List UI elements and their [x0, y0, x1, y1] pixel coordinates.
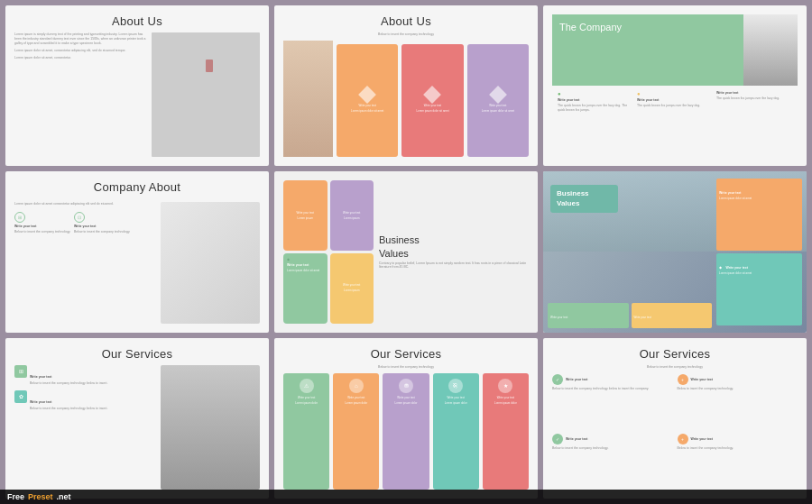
serv-circle-4: + [678, 434, 688, 444]
serv-box-label-5: Write your text [497, 396, 514, 399]
icon-label-1: Write your text [14, 225, 70, 228]
slide-1-body: Lorem ipsum is simply dummy text of the … [14, 32, 147, 46]
leaf-icon: ✿ [19, 393, 23, 399]
serv-box-green: ⚠ Write your text Lorem ipsum dolor [283, 373, 329, 490]
serv-text-1: Write your text Below to insert the comp… [30, 365, 107, 386]
bv-label-4: Write your text [343, 283, 360, 287]
circle-icon-1: ⊞ [14, 212, 25, 223]
slide-4-left: Lorem ipsum dolor sit amet consectetur a… [14, 202, 156, 323]
bv2-bottom-box-1: Write your text [548, 303, 629, 328]
slide-3-text-1: The quick brown fox jumps over the lazy … [558, 104, 633, 113]
box-text-1: Lorem ipsum dolor sit amet [351, 110, 383, 114]
slide-5-body: Contrary to popular belief, Lorem Ipsum … [379, 261, 529, 270]
serv-header-2: + Write your text [678, 374, 798, 385]
serv-label-9-4: Write your text [691, 437, 713, 441]
bv2-blabel-1: Write your text [550, 316, 567, 319]
slide-grid: About Us Lorem ipsum is simply dummy tex… [5, 5, 807, 499]
slide-1-body3: Lorem ipsum dolor sit amet, consectetur. [14, 56, 147, 60]
bv2-right-boxes: Write your text Lorem ipsum dolor sit am… [716, 179, 802, 325]
diamond-icon-1 [358, 86, 376, 104]
basket-icon: ⛃ [404, 382, 409, 389]
slide-4-icons: ⊞ Write your text Below to insert the co… [14, 212, 156, 234]
watermark-free: Free [7, 492, 24, 501]
serv-entry-1: ✓ Write your text Below to insert the co… [552, 374, 673, 430]
drop-icon-2: ◆ [719, 265, 722, 270]
slide-3-green-top: The Company [552, 14, 798, 86]
serv-icon-1: ⊞ [14, 365, 27, 378]
plus-icon-2: + [681, 436, 684, 442]
bv-text-2: Lorem ipsum [344, 217, 359, 221]
slide-3-label-2: Write your text [637, 98, 713, 102]
serv-label-9-2: Write your text [691, 378, 713, 381]
dot-green-1: ● [558, 91, 633, 96]
box-text-3: Lorem ipsum dolor sit amet [482, 110, 514, 114]
case-icon: ⊡ [78, 215, 81, 220]
slide-5-row-1: Write your text Lorem ipsum Write your t… [283, 180, 374, 251]
slide-5-layout: Write your text Lorem ipsum Write your t… [283, 180, 529, 323]
serv-box-label-1: Write your text [298, 396, 315, 399]
plus-icon-1: + [681, 377, 684, 382]
serv-item-1: ⊞ Write your text Below to insert the co… [14, 365, 156, 386]
slide-4-content: Lorem ipsum dolor sit amet consectetur a… [14, 202, 260, 323]
bv2-rtext-2: Lorem ipsum dolor sit amet [719, 272, 799, 276]
slide-2-title: About Us [283, 14, 529, 28]
serv-box-teal: ⛓ Write your text Lorem ipsum dolor [433, 373, 479, 490]
watermark-preset: Preset [28, 492, 53, 501]
bv2-rtext-1: Lorem ipsum dolor sit amet [719, 197, 799, 201]
bv2-rlabel-1: Write your text [719, 191, 741, 195]
bv-box-purple: Write your text Lorem ipsum [330, 180, 374, 251]
serv-desc-1: Below to insert the company technology b… [30, 381, 107, 386]
serv-icon-b1: ⚠ [300, 379, 314, 393]
bv-text-1: Lorem ipsum [298, 217, 313, 221]
home-icon: ⌂ [355, 383, 358, 389]
link-icon: ⛓ [453, 383, 458, 389]
serv-box-text-5: Lorem ipsum dolor [494, 402, 517, 406]
slide-9-title: Our Services [552, 347, 798, 361]
bv2-right-box-2: ◆ Write your text Lorem ipsum dolor sit … [716, 253, 802, 325]
bv-text-4: Lorem ipsum [344, 289, 359, 293]
box-label-3: Write your text [489, 104, 506, 107]
color-box-pink: Write your text Lorem ipsum dolor sit am… [401, 44, 463, 157]
slide-4-body: Lorem ipsum dolor sit amet consectetur a… [14, 202, 156, 206]
circle-icon-2: ⊡ [74, 212, 85, 223]
slide-5-row-2: ◆ Write your text Lorem ipsum dolor sit … [283, 253, 374, 324]
slide-our-services-2: Our Services Below to insert the company… [274, 338, 538, 499]
serv-circle-3: ✓ [552, 434, 563, 444]
slide-3-col-3: Write your text The quick brown fox jump… [716, 91, 792, 151]
diamond-icon-2 [424, 86, 442, 104]
slide-4-title: Company About [14, 180, 260, 194]
bv-box-orange: Write your text Lorem ipsum [283, 180, 328, 251]
serv-desc-9-3: Below to insert the company technology. [552, 446, 673, 451]
slide-3-label-3: Write your text [716, 91, 792, 95]
serv-label-2: Write your text [30, 400, 51, 404]
warning-icon: ⚠ [304, 382, 309, 389]
slide-business-values-1: Write your text Lorem ipsum Write your t… [274, 171, 538, 332]
slide-company-about: Company About Lorem ipsum dolor sit amet… [5, 171, 269, 332]
serv-desc-2: Below to insert the company technology b… [30, 407, 107, 411]
slide-the-company: The Company ● Write your text The quick … [543, 5, 807, 166]
box-text-2: Lorem ipsum dolor sit amet [416, 110, 448, 114]
bv2-bottom-box-2: Write your text [632, 303, 713, 328]
slide-3-text-3: The quick brown fox jumps over the lazy … [716, 96, 792, 101]
diamond-icon-3 [489, 86, 507, 104]
serv-label-9-1: Write your text [566, 378, 587, 381]
serv-icon-b4: ⛓ [448, 379, 463, 393]
serv-text-2: Write your text Below to insert the comp… [30, 390, 107, 411]
serv-icon-b2: ⌂ [349, 379, 364, 393]
slide-9-subtitle: Below to insert the company technology [552, 365, 798, 370]
slide-7-building-image [161, 365, 260, 490]
box-label-2: Write your text [424, 104, 441, 107]
serv-entry-4: + Write your text Below to insert the co… [678, 434, 798, 490]
slide-2-boxes: Write your text Lorem ipsum dolor sit am… [337, 44, 529, 157]
serv-label-9-3: Write your text [566, 437, 587, 441]
serv-desc-9-4: Below to insert the company technology. [678, 446, 798, 451]
serv-box-text-2: Lorem ipsum dolor [345, 402, 367, 406]
bv2-right-box-1: Write your text Lorem ipsum dolor sit am… [716, 179, 802, 251]
bv2-title: Business Values [557, 189, 612, 208]
slide-3-bottom: ● Write your text The quick brown fox ju… [552, 86, 798, 157]
serv-box-label-4: Write your text [448, 396, 465, 399]
icon-label-2: Write your text [74, 225, 130, 228]
serv-box-text-1: Lorem ipsum dolor [295, 402, 318, 406]
serv-entry-3: ✓ Write your text Below to insert the co… [552, 434, 673, 490]
slide-5-title2: Values [379, 248, 529, 259]
